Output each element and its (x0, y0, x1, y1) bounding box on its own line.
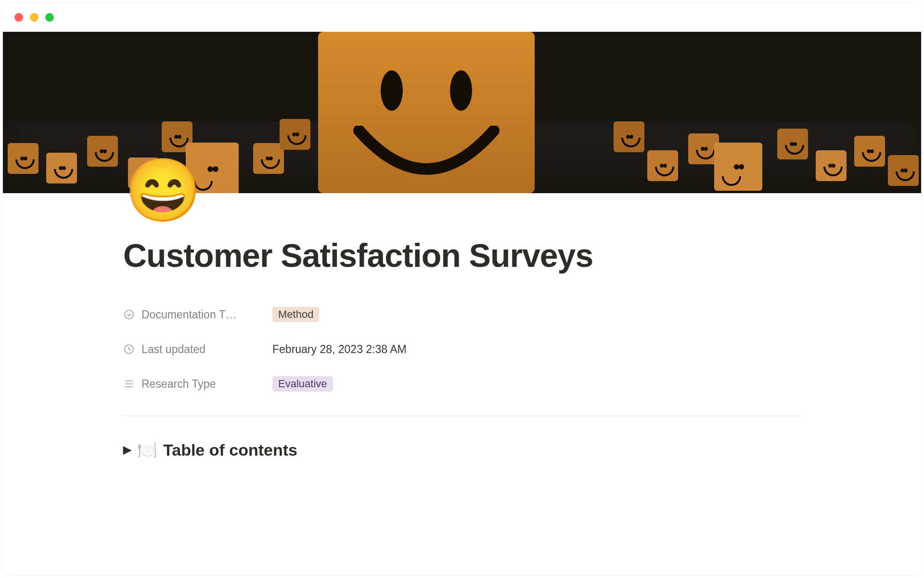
window-titlebar (3, 3, 921, 32)
toc-emoji-icon: 🍽️ (137, 440, 157, 460)
property-row-documentation-type: Documentation T… Method (123, 297, 801, 332)
property-label[interactable]: Research Type (123, 378, 272, 391)
multiselect-icon (123, 378, 135, 390)
toc-heading-text: Table of contents (163, 441, 297, 460)
clock-icon (123, 343, 135, 355)
page-title[interactable]: Customer Satisfaction Surveys (123, 236, 801, 274)
property-label[interactable]: Documentation T… (123, 308, 272, 321)
property-value[interactable]: Evaluative (272, 376, 333, 392)
cover-main-smiley (318, 32, 535, 193)
toggle-triangle-icon[interactable]: ▶ (123, 444, 131, 456)
window-minimize-icon[interactable] (30, 13, 38, 22)
divider (123, 416, 801, 416)
property-label-text: Documentation T… (141, 308, 237, 321)
property-value[interactable]: Method (272, 307, 319, 322)
select-icon (123, 309, 135, 320)
property-value-datetime[interactable]: February 28, 2023 2:38 AM (272, 343, 407, 356)
tag-evaluative[interactable]: Evaluative (272, 376, 333, 392)
svg-point-0 (125, 310, 133, 319)
toc-toggle-heading[interactable]: ▶ 🍽️ Table of contents (123, 440, 801, 460)
property-label-text: Research Type (141, 378, 216, 391)
property-row-last-updated: Last updated February 28, 2023 2:38 AM (123, 332, 801, 367)
window-zoom-icon[interactable] (45, 13, 54, 22)
property-label-text: Last updated (141, 343, 205, 356)
property-row-research-type: Research Type Evaluative (123, 367, 801, 401)
tag-method[interactable]: Method (272, 307, 319, 322)
window-close-icon[interactable] (14, 13, 23, 22)
property-label[interactable]: Last updated (123, 343, 272, 356)
